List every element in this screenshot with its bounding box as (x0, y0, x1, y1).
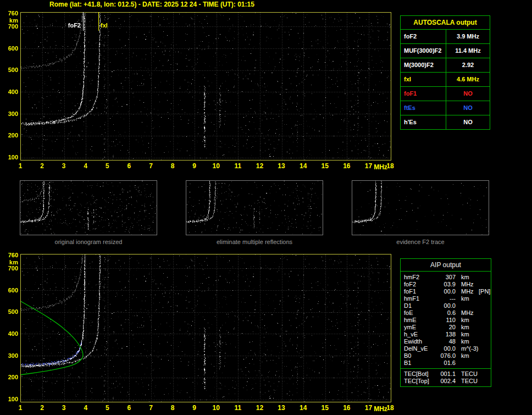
x-tick-label: 10 (209, 162, 223, 170)
aip-param-unit: km (456, 274, 479, 281)
aip-row: B0076.0km (401, 352, 491, 359)
x-tick-label: 11 (231, 162, 245, 170)
autoscala-output-table: AUTOSCALA output foF2 3.9 MHz MUF(3000)F… (400, 15, 490, 130)
x-tick-label: 10 (209, 404, 223, 412)
aip-param-extra (479, 345, 487, 352)
aip-param-value: 00.0 (436, 345, 456, 352)
x-tick-label: 8 (166, 404, 179, 412)
aip-param-unit (456, 302, 479, 309)
autoscala-row-4: foF1 NO (401, 87, 490, 101)
aip-param-extra (479, 324, 487, 331)
aip-param-value: 20 (436, 324, 456, 331)
aip-param-value: 00.0 (436, 302, 456, 309)
x-tick-label: 6 (123, 162, 136, 170)
y-tick-label: 100 (1, 396, 18, 402)
y-tick-label: 300 (1, 352, 18, 359)
aip-row: foF203.9MHz (401, 281, 491, 288)
x-tick-label: 11 (231, 404, 245, 412)
aip-row: B101.6 (401, 359, 491, 367)
autoscala-param-name: foF2 (401, 30, 446, 43)
fxi-marker-line (98, 12, 99, 31)
aip-param-name: ymE (404, 324, 436, 331)
aip-param-value: 00.0 (436, 288, 456, 295)
y-tick-label: 600 (1, 45, 18, 52)
aip-row: TEC[Top]002.4TECU (401, 378, 491, 385)
aip-param-unit: km (456, 331, 479, 338)
aip-param-name: DelN_vE (404, 345, 436, 352)
aip-param-name: h_vE (404, 331, 436, 338)
aip-param-name: Ewidth (404, 338, 436, 345)
aip-param-extra (479, 338, 487, 345)
autoscala-param-name: h'Es (401, 115, 446, 129)
aip-row: hmF1---km (401, 295, 491, 302)
x-tick-label: 16 (340, 162, 353, 170)
thumb-original-canvas (20, 180, 157, 235)
x-tick-label: 14 (297, 162, 310, 170)
y-tick-label: 700 (1, 23, 18, 30)
y-tick-label: 760 (1, 252, 18, 258)
aip-output-table: AIP output hmF2307kmfoF203.9MHzfoF100.0M… (400, 258, 491, 387)
x-tick-label: 14 (297, 404, 310, 412)
aip-param-unit: km (456, 338, 479, 345)
aip-param-name: foF1 (404, 288, 436, 295)
thumb-caption: original ionogram resized (20, 239, 157, 245)
aip-param-unit: km (456, 324, 479, 331)
aip-param-extra (479, 331, 487, 338)
aip-param-value: 076.0 (436, 352, 456, 359)
autoscala-param-name: M(3000)F2 (401, 58, 446, 72)
aip-param-name: TEC[Bot] (404, 370, 436, 378)
aip-row: hmE110km (401, 317, 491, 324)
aip-param-name: D1 (404, 302, 436, 309)
x-tick-label: 1 (14, 404, 27, 412)
aip-row: foF100.0MHz[PN] (401, 288, 491, 295)
aip-param-name: hmF2 (404, 274, 436, 281)
y-tick-label: 200 (1, 132, 18, 139)
y-tick-label: 400 (1, 330, 18, 337)
aip-param-unit: km (456, 352, 479, 359)
x-tick-label: 3 (57, 162, 70, 170)
autoscala-param-value: NO (446, 115, 490, 129)
aip-row: Ewidth48km (401, 338, 491, 345)
x-tick-label: 7 (145, 404, 158, 412)
autoscala-param-value: 4.6 MHz (446, 73, 490, 86)
autoscala-param-value: 11.4 MHz (446, 44, 490, 58)
autoscala-row-0: foF2 3.9 MHz (401, 30, 490, 44)
x-tick-label: 13 (275, 404, 288, 412)
aip-param-unit: MHz (456, 309, 479, 317)
aip-param-name: foE (404, 309, 436, 317)
aip-param-extra (479, 317, 487, 324)
autoscala-param-value: 2.92 (446, 58, 490, 72)
thumbnail-original-ionogram: original ionogram resized (20, 180, 157, 247)
y-axis-unit-label: km (1, 17, 18, 24)
y-tick-label: 100 (1, 154, 18, 161)
aip-param-extra (479, 359, 487, 367)
x-tick-label: 9 (188, 404, 201, 412)
aip-param-extra (479, 352, 487, 359)
y-tick-label: 760 (1, 10, 18, 16)
aip-param-name: hmF1 (404, 295, 436, 302)
y-tick-label: 500 (1, 67, 18, 73)
fof2-marker-line (83, 12, 84, 31)
fof2-marker-label: foF2 (62, 22, 81, 29)
page-title: Rome (lat: +41.8, lon: 012.5) - DATE: 20… (49, 1, 254, 8)
aip-row: DelN_vE00.0m^(-3) (401, 345, 491, 352)
y-tick-label: 700 (1, 265, 18, 272)
aip-param-value: --- (436, 295, 456, 302)
aip-param-extra (479, 370, 487, 378)
aip-param-extra (479, 274, 487, 281)
thumb-eliminate-reflections-canvas (186, 180, 323, 235)
x-tick-label: 2 (36, 404, 49, 412)
aip-param-value: 03.9 (436, 281, 456, 288)
y-tick-label: 200 (1, 374, 18, 380)
x-tick-label: 13 (275, 162, 288, 170)
autoscala-row-5: ftEs NO (401, 101, 490, 115)
aip-param-value: 001.1 (436, 370, 456, 378)
aip-row: TEC[Bot]001.1TECU (401, 370, 491, 378)
aip-row: ymE20km (401, 324, 491, 331)
thumbnail-evidence-f2-trace: evidence F2 trace (352, 180, 489, 247)
main-ionogram-canvas (20, 12, 391, 161)
aip-param-value: 01.6 (436, 359, 456, 367)
aip-rows: hmF2307kmfoF203.9MHzfoF100.0MHz[PN]hmF1-… (401, 272, 491, 368)
x-tick-label: 4 (79, 162, 92, 170)
tec-rows: TEC[Bot]001.1TECUTEC[Top]002.4TECU (401, 368, 491, 386)
